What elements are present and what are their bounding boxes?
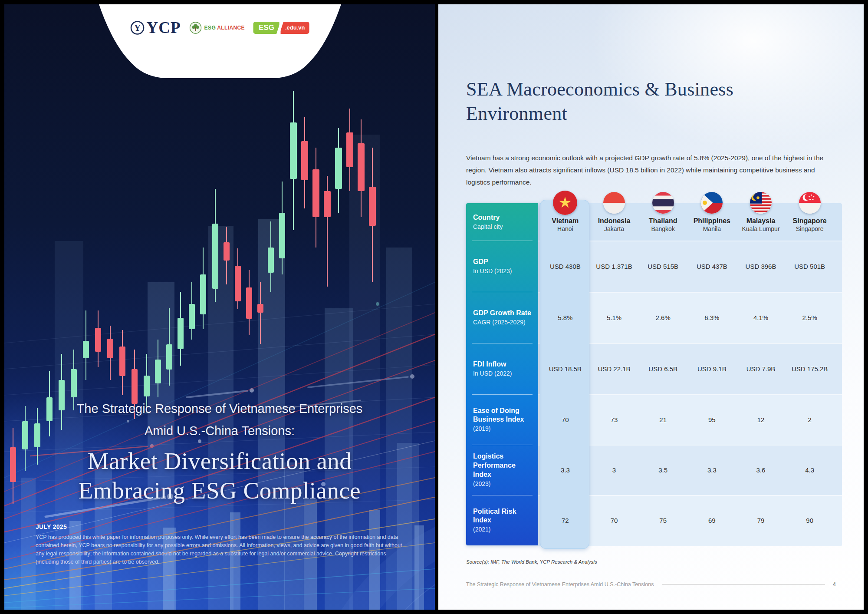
macro-table: Country Capital city GDP In USD (2023) G… <box>466 203 842 545</box>
page-title-line2: Environment <box>466 102 733 126</box>
ycp-mark-icon: Y <box>130 20 145 35</box>
table-row-growth: 5.8% 5.1% 2.6% 6.3% 4.1% 2.5% <box>541 292 834 343</box>
country-header-malaysia: Malaysia Kuala Lumpur <box>736 190 786 241</box>
country-header-thailand: Thailand Bangkok <box>638 190 687 241</box>
cover-page: Y YCP ESGALLIANCE ESG .edu.vn Th <box>4 4 435 610</box>
cover-subtitle-line1: The Strategic Response of Vietnamese Ent… <box>4 402 435 416</box>
cover-title-line2: Embracing ESG Compliance <box>4 477 435 504</box>
row-label-growth: GDP Growth Rate CAGR (2025-2029) <box>466 292 538 343</box>
country-header-row: Vietnam Hanoi Indonesia Jakarta <box>541 190 834 241</box>
logo-row: Y YCP ESGALLIANCE ESG .edu.vn <box>130 18 309 37</box>
publication-date: JULY 2025 <box>36 523 67 530</box>
table-row-fdi: USD 18.5B USD 22.1B USD 6.5B USD 9.1B US… <box>541 343 834 394</box>
table-row-gdp: USD 430B USD 1.371B USD 515B USD 437B US… <box>541 241 834 292</box>
malaysia-flag-icon <box>750 192 772 214</box>
country-header-singapore: Singapore Singapore <box>785 190 834 241</box>
esg-eduvn-badge: ESG .edu.vn <box>253 22 309 34</box>
row-label-gdp: GDP In USD (2023) <box>466 241 538 292</box>
page-title: SEA Macroeconomics & Business Environmen… <box>466 77 733 126</box>
thailand-flag-icon <box>652 192 674 214</box>
page-title-line1: SEA Macroeconomics & Business <box>466 77 733 102</box>
disclaimer-text: YCP has produced this white paper for in… <box>36 533 405 566</box>
country-header-indonesia: Indonesia Jakarta <box>590 190 639 241</box>
row-label-column: Country Capital city GDP In USD (2023) G… <box>466 203 538 545</box>
intro-paragraph: Vietnam has a strong economic outlook wi… <box>466 152 827 188</box>
vietnam-flag-icon <box>553 191 577 215</box>
footer-title: The Strategic Response of Vietnamese Ent… <box>466 581 654 588</box>
table-row-political: 72 70 75 69 79 90 <box>541 495 834 545</box>
row-label-lpi: Logistics Performance Index (2023) <box>466 445 538 495</box>
esg-alliance-tree-icon <box>190 22 202 34</box>
content-page: SEA Macroeconomics & Business Environmen… <box>438 4 864 610</box>
svg-text:Y: Y <box>134 23 141 33</box>
cover-title-line1: Market Diversification and <box>4 447 435 475</box>
page-number: 4 <box>833 581 836 588</box>
cover-illustration <box>4 4 435 610</box>
esg-alliance-logo: ESGALLIANCE <box>190 22 245 34</box>
row-label-political: Political Risk Index (2021) <box>466 495 538 545</box>
country-header-vietnam: Vietnam Hanoi <box>541 190 590 241</box>
philippines-flag-icon <box>701 192 723 214</box>
esg-badge-right: .edu.vn <box>281 22 309 34</box>
ycp-wordmark: YCP <box>147 18 181 37</box>
ycp-logo: Y YCP <box>130 18 181 37</box>
table-row-ease: 70 73 21 95 12 2 <box>541 394 834 445</box>
row-label-ease: Ease of Doing Business Index (2019) <box>466 394 538 445</box>
source-note: Source(s): IMF, The World Bank, YCP Rese… <box>466 559 597 564</box>
whitepaper-spread: Y YCP ESGALLIANCE ESG .edu.vn Th <box>0 0 868 614</box>
table-row-lpi: 3.3 3 3.5 3.3 3.6 4.3 <box>541 445 834 495</box>
indonesia-flag-icon <box>603 192 625 214</box>
footer-divider <box>662 584 825 584</box>
esg-badge-left: ESG <box>253 22 279 34</box>
row-label-country: Country Capital city <box>466 203 538 241</box>
singapore-flag-icon <box>799 192 821 214</box>
esg-alliance-wordmark: ESGALLIANCE <box>204 25 245 31</box>
country-header-philippines: Philippines Manila <box>687 190 736 241</box>
cover-subtitle-line2: Amid U.S.-China Tensions: <box>4 424 435 438</box>
page-footer: The Strategic Response of Vietnamese Ent… <box>466 581 836 588</box>
row-label-fdi: FDI Inflow In USD (2022) <box>466 343 538 394</box>
